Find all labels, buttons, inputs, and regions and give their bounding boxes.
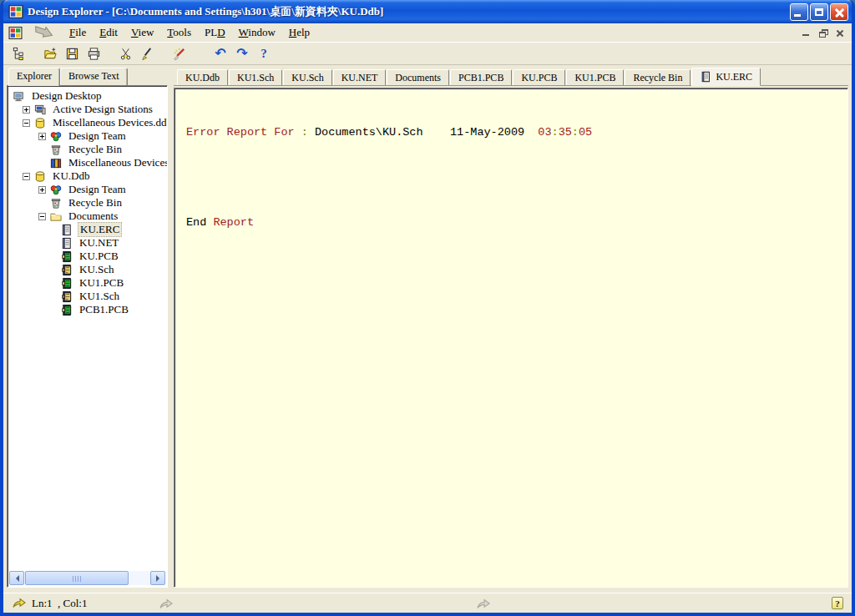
tree-item-design-team-1[interactable]: Design Team [11,129,165,143]
paste-button[interactable] [137,44,157,63]
tree-item-design-team-2[interactable]: Design Team [11,183,165,196]
collapse-minus-icon[interactable] [23,173,30,180]
horizontal-scrollbar[interactable] [9,571,165,585]
date-text: 11-May-2009 [450,126,524,139]
tree-item-label: KU.PCB [78,250,120,263]
doc-tab-label: KU.ERC [716,71,752,83]
tab-explorer[interactable]: Explorer [8,68,60,86]
text-document-icon [60,224,74,236]
menu-label-post: dit [106,26,118,38]
tree-item-active-design-stations[interactable]: Active Design Stations [11,103,165,116]
cut-button[interactable] [115,44,135,63]
tree-item-ku-net[interactable]: KU.NET [11,236,165,250]
pen-knife-icon [140,47,154,61]
doc-tab-ku1-sch[interactable]: KU1.Sch [229,69,282,85]
undo-button[interactable]: ↶ [210,44,230,63]
expand-plus-icon[interactable] [38,186,46,194]
blank-line [186,170,847,185]
save-button[interactable] [62,44,82,63]
tree-item-recycle-bin-1[interactable]: Recycle Bin [11,143,165,156]
collapse-minus-icon[interactable] [38,213,46,220]
doc-tab-ku-net[interactable]: KU.NET [333,69,387,85]
validate-button[interactable] [169,44,189,63]
tree-item-pcb1-pcb[interactable]: PCB1.PCB [11,303,165,316]
work-area: Explorer Browse Text Design Desktop Acti… [3,65,852,593]
magic-wand-icon [172,47,186,61]
maximize-button[interactable] [810,3,828,21]
symbol-text: : [301,126,308,139]
pcb-document-icon [60,277,74,290]
menu-label-key: D [217,26,225,38]
doc-tab-ku-sch[interactable]: KU.Sch [283,69,331,85]
mdi-restore-button[interactable] [816,27,830,39]
scroll-right-button[interactable] [150,571,165,585]
menu-edit[interactable]: Edit [93,24,124,41]
menu-file[interactable]: File [63,24,93,41]
window-title: Design Explorer - [C:\Documents and Sett… [28,4,790,19]
mdi-minimize-button[interactable] [799,27,813,39]
grip-icon [72,572,82,585]
minimize-button[interactable] [790,3,808,21]
cursor-jump-icon [12,598,27,608]
tree-item-ku-sch[interactable]: KU.Sch [11,263,165,276]
save-floppy-icon [65,47,79,61]
menu-view[interactable]: View [124,24,160,41]
error-report-editor[interactable]: Error Report For : Documents\KU.Sch 11-M… [174,88,848,588]
doc-tab-recycle-bin[interactable]: Recycle Bin [625,69,691,85]
expand-plus-icon[interactable] [23,106,30,114]
menu-bar: File Edit View Tools PLD Window Help [3,23,852,43]
menu-pld[interactable]: PLD [198,24,232,41]
scrollbar-track[interactable] [24,571,150,585]
menu-tools[interactable]: Tools [160,24,198,41]
collapse-minus-icon[interactable] [23,119,30,127]
pcb-document-icon [60,304,74,316]
report-header-line: Error Report For : Documents\KU.Sch 11-M… [186,125,847,140]
keyword-text: Error Report For [186,126,295,139]
tree-item-ku1-pcb[interactable]: KU1.PCB [11,276,165,290]
tree-item-misc-devices-lib[interactable]: Miscellaneous Devices.lib [11,156,165,169]
text-document-icon [60,237,74,250]
menu-label-key: H [289,26,296,38]
doc-tab-ku1-pcb[interactable]: KU1.PCB [566,69,624,85]
tree-item-ku-ddb[interactable]: KU.Ddb [11,169,165,183]
doc-tab-pcb1-pcb[interactable]: PCB1.PCB [450,69,512,85]
close-button[interactable] [830,3,848,21]
help-icon: ? [261,47,267,61]
status-help-icon[interactable]: ? [832,597,843,609]
time-text: 05 [579,126,592,139]
menu-label-post: indow [248,26,276,38]
tree-item-label: KU.Ddb [51,169,91,183]
menu-label-post: iew [139,26,154,38]
tree-item-ku-erc[interactable]: KU.ERC [11,223,165,236]
doc-tab-ku-pcb[interactable]: KU.PCB [513,69,565,85]
help-button[interactable]: ? [254,44,274,63]
design-manager-arrow-icon[interactable] [31,26,56,39]
doc-tab-label: Recycle Bin [633,72,682,84]
plain-text [423,126,450,139]
doc-tab-ku-erc[interactable]: KU.ERC [691,68,761,86]
doc-tab-documents[interactable]: Documents [387,69,449,85]
tab-browse-text[interactable]: Browse Text [60,68,128,85]
tree-item-misc-devices-ddb[interactable]: Miscellaneous Devices.ddb [11,116,165,129]
doc-tab-ku-ddb[interactable]: KU.Ddb [177,69,228,85]
tree-item-ku1-sch[interactable]: KU1.Sch [11,290,165,303]
team-icon [49,184,63,196]
tree-item-recycle-bin-2[interactable]: Recycle Bin [11,196,165,210]
tree-item-label: KU.NET [78,236,120,250]
tree-item-design-desktop[interactable]: Design Desktop [11,89,165,103]
scroll-left-button[interactable] [9,571,24,585]
expand-plus-icon[interactable] [38,133,46,140]
tree-item-documents[interactable]: Documents [11,210,165,223]
tree-item-ku-pcb[interactable]: KU.PCB [11,250,165,263]
doc-tab-label: Documents [395,72,441,84]
menu-window[interactable]: Window [232,24,282,41]
scrollbar-thumb[interactable] [25,571,129,585]
menu-help[interactable]: Help [282,24,316,41]
explorer-toggle-button[interactable] [8,44,28,63]
print-button[interactable] [83,44,104,63]
redo-button[interactable]: ↷ [232,44,252,63]
open-button[interactable] [40,44,60,63]
section-arrow-icon [159,598,174,609]
minimize-icon [794,14,801,17]
mdi-close-button[interactable] [832,27,847,39]
